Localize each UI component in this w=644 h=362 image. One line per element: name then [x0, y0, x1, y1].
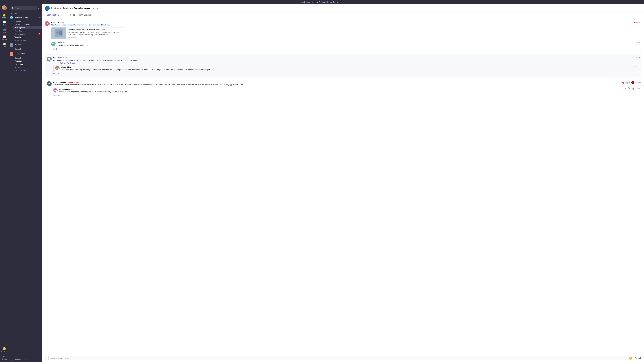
reply-arrow-icon-3: ↩	[53, 95, 54, 97]
chevron-icon: ›	[72, 7, 73, 9]
channel-general-fc[interactable]: General	[14, 56, 42, 59]
channel-social-media[interactable]: Social Media 2	[14, 32, 42, 35]
more-channels-northwind[interactable]: 32 more channels	[14, 39, 42, 41]
time-msg-1: 11:00 am	[635, 21, 641, 23]
reply-label-2: Reply	[56, 73, 60, 74]
tab-files[interactable]: Files	[60, 12, 68, 18]
sidebar-item-feedback[interactable]: 😊 Feedback	[0, 346, 8, 353]
nav-back-button[interactable]: ‹	[2, 1, 2, 3]
format-button[interactable]: ✏	[45, 357, 47, 360]
chat-icon: 💬	[3, 21, 6, 24]
message-header-2: Daphne Knowles	[53, 57, 640, 59]
activity-icon: 🔔	[3, 13, 6, 17]
sidebar-item-chat[interactable]: 💬 Chat	[0, 19, 8, 27]
team-header-northwind[interactable]: NT Northwind Traders ···	[8, 15, 42, 20]
create-team-icon: +	[10, 358, 14, 361]
channel-marketing-nt[interactable]: Marketing	[14, 29, 42, 32]
files-label: Files	[3, 46, 6, 47]
channel-general-designers[interactable]: General	[14, 47, 42, 50]
time-kadji-reply: 11:02 am	[635, 41, 641, 46]
avatar-miguel: MS	[55, 66, 60, 70]
search-input[interactable]	[15, 7, 36, 9]
more-channels-fourthcoffee[interactable]: 4 more channels	[14, 69, 42, 72]
message-thread-1: CD Cecily De Crum http://www.contoso.com…	[45, 20, 641, 52]
settings-label: Settings	[2, 359, 7, 360]
tab-notes[interactable]: Notes	[68, 12, 77, 18]
create-team-button[interactable]: + Create a team	[8, 356, 42, 362]
reply-kadji-text: I love this article! We've got a bright …	[56, 44, 634, 46]
channel-marketing-fc[interactable]: Marketing	[14, 63, 42, 66]
reply-label-1: Reply	[54, 48, 58, 50]
sidebar-item-meetings[interactable]: 📅 Meetings	[0, 34, 8, 41]
tab-team-services[interactable]: Team Services	[77, 12, 93, 18]
daniela-more-icon[interactable]: ···	[625, 87, 627, 90]
tab-add-button[interactable]: +	[93, 12, 96, 18]
channel-development[interactable]: Development	[14, 26, 42, 29]
team-more-designers[interactable]: ···	[39, 43, 41, 46]
team-header-designers[interactable]: D Designers ···	[8, 42, 42, 47]
feedback-icon: 😊	[3, 347, 6, 350]
compose-icon[interactable]: ✏	[38, 7, 40, 9]
tab-conversation[interactable]: Conversation	[45, 12, 60, 18]
search-bar[interactable]: 🔍	[11, 6, 37, 10]
team-more-northwind[interactable]: ···	[39, 16, 41, 19]
meetings-label: Meetings	[2, 39, 7, 40]
channel-logo	[45, 6, 50, 11]
minimize-button[interactable]: —	[634, 1, 636, 3]
emoji-button[interactable]: 😊	[629, 357, 632, 360]
maximize-button[interactable]: □	[638, 1, 639, 3]
channel-more-button[interactable]: ···	[96, 7, 98, 10]
babek-mention[interactable]: Babek	[59, 91, 64, 93]
team-header-fourthcoffee[interactable]: FC Fourth Coffee ···	[8, 51, 42, 56]
channel-path: Northwind Traders › Development	[51, 7, 91, 10]
rail-bottom: 😊 Feedback ⚙ Settings	[0, 346, 8, 361]
titlebar-controls: — □ ✕	[634, 1, 642, 3]
sidebar-item-activity[interactable]: 🔔 Activity	[0, 12, 8, 19]
attach-button[interactable]: 📎	[634, 357, 637, 360]
compose-input[interactable]: Start a new conversation	[48, 356, 627, 361]
link-preview-content: The Most Important Tech Jobs Of The Futu…	[66, 27, 124, 39]
channel-weekly-specials[interactable]: Weekly Specials	[14, 66, 42, 69]
sidebar-item-files[interactable]: 📁 Files	[0, 41, 8, 48]
star-button[interactable]: ★	[92, 7, 94, 10]
sidebar-item-settings[interactable]: ⚙ Settings	[0, 354, 8, 361]
time-daniela-reply: 11:26am	[636, 88, 641, 89]
sender-kadji-reply: Kadji Bell	[56, 41, 64, 43]
reply-link-1[interactable]: ↩ Reply	[51, 48, 641, 50]
message-header-1: Cecily De Crum	[51, 21, 641, 23]
channel-list-designers: General	[8, 47, 42, 50]
meet-button[interactable]: 📹	[638, 357, 641, 360]
avatar-daphne: DK	[47, 57, 52, 61]
channel-customer-accounts[interactable]: Customer Accounts	[14, 23, 42, 26]
message-1: CD Cecily De Crum http://www.contoso.com…	[45, 20, 641, 52]
team-more-fourthcoffee[interactable]: ···	[39, 52, 41, 55]
message-link-cecily: http://www.contoso.com/3054433/the-most-…	[51, 23, 641, 26]
channel-general-nt[interactable]: General	[14, 20, 42, 23]
channel-fun-stuff[interactable]: Fun stuff	[14, 59, 42, 63]
avatar-cecily: CD	[45, 21, 50, 26]
team-avatar-fourthcoffee: FC	[10, 52, 14, 56]
channel-website[interactable]: Website	[14, 35, 42, 39]
thread-replies-2[interactable]: Kadji and Jakob replied	[60, 62, 640, 64]
reply-miguel: MS Miguel Silva I don't know what is cau…	[55, 65, 640, 72]
sidebar-item-teams[interactable]: 2 👥 Teams	[0, 27, 8, 34]
teams-badge: 2	[5, 27, 7, 29]
svg-rect-5	[59, 31, 62, 35]
reply-link-3[interactable]: ↩ Reply	[53, 94, 641, 97]
message-body-2: Daphne Knowles Any update on the bug #45…	[53, 57, 640, 75]
user-avatar[interactable]	[2, 5, 7, 10]
reply-miguel-text-part3: to see what other information we can get…	[178, 69, 210, 71]
link-preview-desc: For engineers, there is a lot of opportu…	[68, 31, 122, 36]
contoso-link[interactable]: http://www.contoso.com/3054433/the-most-…	[51, 24, 110, 26]
daniela-like-icon[interactable]: 👍	[632, 87, 634, 90]
reply-link-2[interactable]: ↩ Reply	[53, 72, 640, 75]
jakob-mention[interactable]: Jakob	[173, 69, 178, 71]
message-thread-3: BS Babek Shammas !!IMPORTANT Just sendin…	[45, 80, 641, 98]
files-icon: 📁	[3, 42, 6, 45]
bookmark-icon-3[interactable]: 🔖	[622, 81, 624, 84]
message-thread-2: DK Daphne Knowles Any update on the bug …	[45, 54, 641, 77]
like-btn-3[interactable]: 👍 6	[625, 81, 630, 84]
close-button[interactable]: ✕	[641, 1, 642, 3]
daniela-bookmark-icon[interactable]: 🔖	[628, 87, 631, 90]
activity-label: Activity	[2, 17, 6, 18]
